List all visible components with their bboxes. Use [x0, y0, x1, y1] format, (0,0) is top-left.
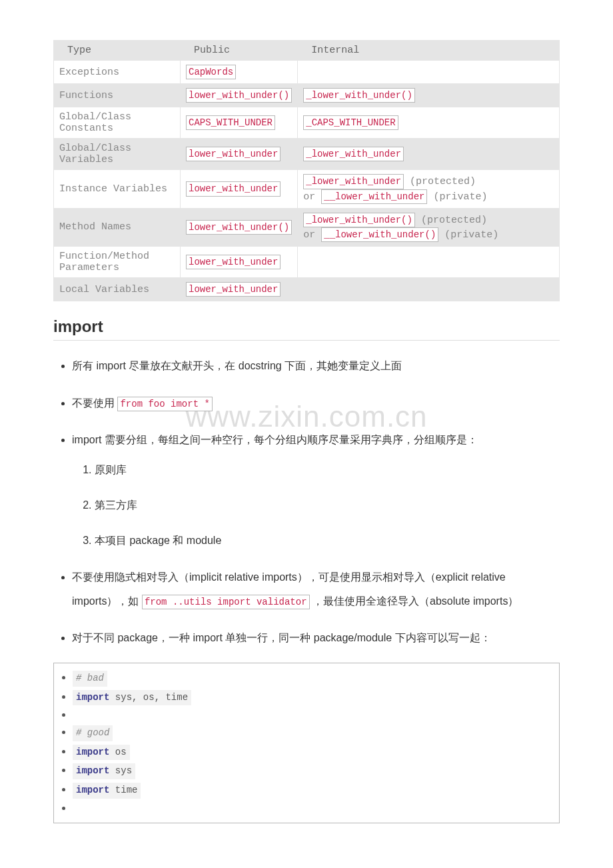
cell-public: lower_with_under()	[181, 208, 298, 246]
ordered-sublist: 原则库 第三方库 本项目 package 和 module	[72, 458, 560, 553]
code-line: import sys, os, time	[73, 690, 559, 706]
bullet-list: 所有 import 尽量放在文献开头，在 docstring 下面，其她变量定义…	[53, 354, 560, 649]
table-row: Local Variableslower_with_under	[54, 278, 560, 301]
inline-code: lower_with_under	[186, 181, 281, 196]
inline-code: _lower_with_under()	[303, 213, 415, 227]
inline-code: __lower_with_under	[321, 189, 427, 204]
cell-type: Function/Method Parameters	[54, 247, 181, 278]
cell-internal	[298, 61, 560, 84]
table-header-row: Type Public Internal	[54, 41, 560, 61]
code-line: # good	[73, 725, 559, 741]
list-item: 原则库	[95, 458, 560, 481]
cell-internal: _lower_with_under	[298, 139, 560, 170]
text: (protected)	[415, 215, 487, 226]
text: or	[303, 191, 321, 203]
cell-type: Instance Variables	[54, 170, 181, 208]
cell-public: lower_with_under	[181, 139, 298, 170]
naming-conventions-table: Type Public Internal ExceptionsCapWordsF…	[53, 40, 560, 301]
text: or	[303, 229, 321, 241]
list-item: import 需要分组，每组之间一种空行，每个分组内顺序尽量采用字典序，分组顺序…	[72, 428, 560, 553]
code-text: import time	[73, 783, 141, 799]
code-text: import os	[73, 745, 130, 761]
text: (private)	[427, 191, 487, 203]
inline-code: lower_with_under()	[186, 220, 292, 235]
code-line: import sys	[73, 763, 559, 779]
table-row: Method Nameslower_with_under()_lower_wit…	[54, 208, 560, 246]
cell-public: lower_with_under	[181, 247, 298, 278]
list-item: 本项目 package 和 module	[95, 529, 560, 552]
cell-public: CapWords	[181, 61, 298, 84]
section-heading-import: import	[53, 317, 560, 341]
inline-code: CAPS_WITH_UNDER	[186, 115, 275, 130]
cell-type: Local Variables	[54, 278, 181, 301]
table-row: Global/Class Variableslower_with_under_l…	[54, 139, 560, 170]
inline-code: lower_with_under	[186, 147, 281, 161]
code-text: import sys	[73, 763, 135, 779]
cell-public: lower_with_under	[181, 278, 298, 301]
cell-internal: _lower_with_under() (protected)or __lowe…	[298, 208, 560, 246]
cell-internal	[298, 278, 560, 301]
cell-type: Global/Class Variables	[54, 139, 181, 170]
code-line	[73, 802, 559, 815]
cell-public: lower_with_under()	[181, 84, 298, 107]
table-row: Instance Variableslower_with_under_lower…	[54, 170, 560, 208]
cell-type: Method Names	[54, 208, 181, 246]
cell-internal	[298, 247, 560, 278]
text: 不要使用	[72, 397, 117, 409]
code-line: import time	[73, 783, 559, 799]
code-line: # bad	[73, 671, 559, 687]
inline-code: from foo imort *	[117, 397, 212, 411]
list-item: 对于不同 package，一种 import 单独一行，同一种 package/…	[72, 626, 560, 649]
inline-code: CapWords	[186, 65, 236, 79]
inline-code: _CAPS_WITH_UNDER	[303, 115, 398, 130]
inline-code: from ..utils import validator	[142, 595, 310, 609]
col-type: Type	[54, 41, 181, 61]
cell-type: Global/Class Constants	[54, 107, 181, 139]
table-row: ExceptionsCapWords	[54, 61, 560, 84]
text: import 需要分组，每组之间一种空行，每个分组内顺序尽量采用字典序，分组顺序…	[72, 434, 478, 445]
text: (private)	[438, 229, 498, 241]
inline-code: _lower_with_under()	[303, 88, 415, 103]
code-block: # badimport sys, os, time# goodimport os…	[53, 663, 560, 823]
table-row: Global/Class ConstantsCAPS_WITH_UNDER_CA…	[54, 107, 560, 139]
text: ，最佳使用全途径导入（absolute imports）	[310, 595, 519, 607]
col-public: Public	[181, 41, 298, 61]
inline-code: lower_with_under()	[186, 88, 292, 103]
text: (protected)	[404, 176, 476, 187]
inline-code: lower_with_under	[186, 282, 281, 297]
list-item: 不要使用 from foo imort *	[72, 391, 560, 415]
code-line	[73, 709, 559, 722]
list-item: 所有 import 尽量放在文献开头，在 docstring 下面，其她变量定义…	[72, 354, 560, 377]
code-text: import sys, os, time	[73, 690, 191, 706]
cell-type: Exceptions	[54, 61, 181, 84]
list-item: 不要使用隐式相对导入（implicit relative imports），可是…	[72, 565, 560, 612]
code-text: # good	[73, 725, 113, 741]
code-line: import os	[73, 745, 559, 761]
inline-code: lower_with_under	[186, 255, 281, 269]
inline-code: _lower_with_under	[303, 174, 404, 189]
table-row: Functionslower_with_under()_lower_with_u…	[54, 84, 560, 107]
cell-type: Functions	[54, 84, 181, 107]
cell-public: lower_with_under	[181, 170, 298, 208]
list-item: 第三方库	[95, 493, 560, 517]
cell-internal: _lower_with_under (protected)or __lower_…	[298, 170, 560, 208]
cell-public: CAPS_WITH_UNDER	[181, 107, 298, 139]
inline-code: __lower_with_under()	[321, 227, 438, 242]
inline-code: _lower_with_under	[303, 147, 404, 161]
cell-internal: _CAPS_WITH_UNDER	[298, 107, 560, 139]
cell-internal: _lower_with_under()	[298, 84, 560, 107]
code-text: # bad	[73, 671, 107, 687]
table-row: Function/Method Parameterslower_with_und…	[54, 247, 560, 278]
col-internal: Internal	[298, 41, 560, 61]
